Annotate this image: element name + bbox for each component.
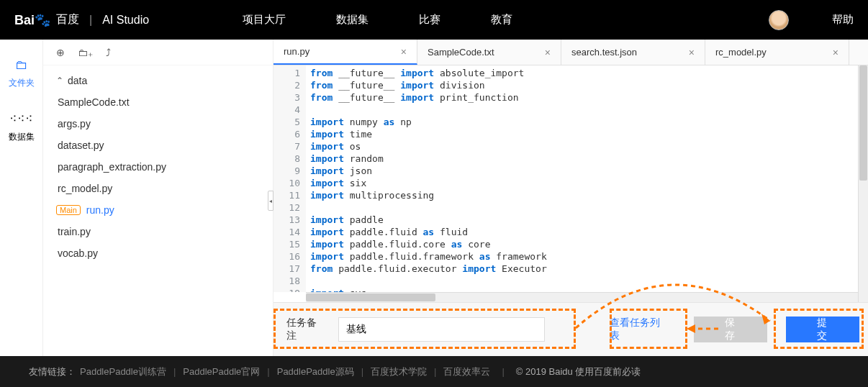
line-number: 8	[273, 152, 300, 165]
line-number: 17	[273, 263, 300, 275]
footer-copyright: © 2019 Baidu 使用百度前必读	[516, 365, 641, 378]
code-line[interactable]: import os	[310, 140, 547, 152]
tree-file[interactable]: paragraph_extraction.py	[43, 156, 273, 178]
tree-file[interactable]: args.py	[43, 113, 273, 135]
file-sidebar: ⊕ 🗀₊ ⤴ ⌃ data SampleCode.txtargs.pydatas…	[43, 40, 273, 356]
code-line[interactable]: from __future__ import absolute_import	[310, 67, 547, 79]
nav-education[interactable]: 教育	[491, 13, 512, 27]
save-button[interactable]: 保 存	[694, 317, 767, 342]
line-number: 15	[273, 238, 300, 250]
line-number: 16	[273, 250, 300, 263]
line-number: 4	[273, 104, 300, 116]
tree-folder-data[interactable]: ⌃ data	[43, 70, 273, 91]
file-label: SampleCode.txt	[56, 96, 130, 108]
line-number: 2	[273, 79, 300, 91]
code-line[interactable]: import json	[310, 165, 547, 177]
close-icon[interactable]: ×	[833, 47, 838, 58]
line-gutter: 123456789101112131415161718192021222324	[273, 65, 306, 292]
baidu-paw-icon: Bai🐾	[14, 12, 50, 28]
footer-link[interactable]: PaddlePaddle源码	[277, 366, 354, 377]
chevron-down-icon: ⌃	[56, 76, 66, 86]
sidebar-collapse-handle[interactable]: ◂	[268, 191, 273, 211]
close-icon[interactable]: ×	[401, 46, 407, 58]
nav-competition[interactable]: 比赛	[419, 13, 440, 27]
editor-tab[interactable]: run.py×	[273, 40, 417, 65]
new-file-icon[interactable]: ⊕	[56, 47, 65, 58]
submit-button[interactable]: 提 交	[786, 317, 859, 342]
footer: 友情链接： PaddlePaddle训练营|PaddlePaddle官网|Pad…	[0, 356, 868, 387]
code-content[interactable]: from __future__ import absolute_importfr…	[306, 65, 547, 292]
footer-link[interactable]: 百度效率云	[443, 366, 490, 377]
file-label: train.py	[56, 226, 91, 237]
code-line[interactable]: import numpy as np	[310, 116, 547, 128]
nav-datasets[interactable]: 数据集	[336, 13, 369, 27]
footer-link[interactable]: PaddlePaddle训练营	[80, 366, 166, 377]
tree-file[interactable]: SampleCode.txt	[43, 91, 273, 113]
line-number: 12	[273, 201, 300, 214]
line-number: 3	[273, 91, 300, 104]
tree-file[interactable]: vocab.py	[43, 242, 273, 264]
hscroll-thumb[interactable]	[306, 293, 435, 301]
nav-projects[interactable]: 项目大厅	[243, 13, 286, 27]
rail-datasets[interactable]: ⁖⁖⁖ 数据集	[9, 111, 35, 143]
file-label: run.py	[85, 204, 114, 216]
code-line[interactable]: import six	[310, 177, 547, 189]
code-line[interactable]: import paddle.fluid.framework as framewo…	[310, 250, 547, 263]
tree-file[interactable]: train.py	[43, 221, 273, 242]
footer-link[interactable]: 百度技术学院	[371, 366, 427, 377]
close-icon[interactable]: ×	[545, 47, 551, 58]
line-number: 5	[273, 116, 300, 128]
footer-link[interactable]: PaddlePaddle官网	[183, 366, 260, 377]
logo[interactable]: Bai🐾 百度 | AI Studio	[14, 12, 149, 28]
code-line[interactable]: from __future__ import division	[310, 79, 547, 91]
file-label: rc_model.py	[56, 183, 112, 194]
code-line[interactable]: import paddle.fluid as fluid	[310, 226, 547, 238]
editor-tab[interactable]: rc_model.py×	[705, 40, 849, 65]
line-number: 9	[273, 165, 300, 177]
code-line[interactable]: import paddle.fluid.core as core	[310, 238, 547, 250]
line-number: 19	[273, 287, 300, 292]
code-line[interactable]	[310, 201, 547, 214]
logo-suffix: AI Studio	[102, 14, 149, 27]
code-line[interactable]: import multiprocessing	[310, 189, 547, 201]
close-icon[interactable]: ×	[689, 47, 695, 58]
code-line[interactable]: import time	[310, 128, 547, 140]
file-tree: ⌃ data SampleCode.txtargs.pydataset.pypa…	[43, 65, 273, 268]
tab-label: run.py	[284, 46, 309, 57]
tree-file[interactable]: rc_model.py	[43, 178, 273, 199]
code-line[interactable]	[310, 275, 547, 287]
line-number: 18	[273, 275, 300, 287]
logo-text: 百度	[56, 12, 79, 27]
help-link[interactable]: 帮助	[832, 13, 854, 27]
file-label: paragraph_extraction.py	[56, 161, 166, 173]
rail-files[interactable]: 🗀 文件夹	[9, 58, 35, 89]
new-folder-icon[interactable]: 🗀₊	[78, 47, 93, 58]
code-line[interactable]: import sys	[310, 287, 547, 292]
avatar[interactable]	[769, 10, 789, 30]
left-rail: 🗀 文件夹 ⁖⁖⁖ 数据集	[0, 40, 43, 356]
editor-tab[interactable]: search.test.json×	[561, 40, 705, 65]
code-line[interactable]: import random	[310, 152, 547, 165]
vscroll-thumb[interactable]	[859, 65, 867, 181]
editor-tab[interactable]: SampleCode.txt×	[417, 40, 561, 65]
line-number: 11	[273, 189, 300, 201]
logo-divider: |	[89, 14, 92, 27]
tree-file[interactable]: Mainrun.py	[43, 199, 273, 221]
code-line[interactable]: from paddle.fluid.executor import Execut…	[310, 263, 547, 275]
task-bar: 任务备注 查看任务列表 保 存 提 交	[273, 302, 868, 356]
code-line[interactable]: import paddle	[310, 214, 547, 226]
file-label: dataset.py	[56, 140, 104, 151]
vertical-scrollbar[interactable]	[858, 65, 868, 302]
view-task-list-link[interactable]: 查看任务列表	[610, 317, 665, 342]
tree-file[interactable]: dataset.py	[43, 135, 273, 156]
upload-icon[interactable]: ⤴	[106, 47, 111, 58]
horizontal-scrollbar[interactable]	[306, 292, 868, 302]
task-note-input[interactable]	[338, 317, 545, 342]
sidebar-toolbar: ⊕ 🗀₊ ⤴	[43, 40, 273, 65]
editor-area: ◂ run.py×SampleCode.txt×search.test.json…	[273, 40, 868, 356]
code-line[interactable]: from __future__ import print_function	[310, 91, 547, 104]
code-line[interactable]	[310, 104, 547, 116]
task-note-label: 任务备注	[286, 317, 324, 342]
file-label: vocab.py	[56, 247, 98, 259]
code-editor[interactable]: 123456789101112131415161718192021222324 …	[273, 65, 868, 292]
